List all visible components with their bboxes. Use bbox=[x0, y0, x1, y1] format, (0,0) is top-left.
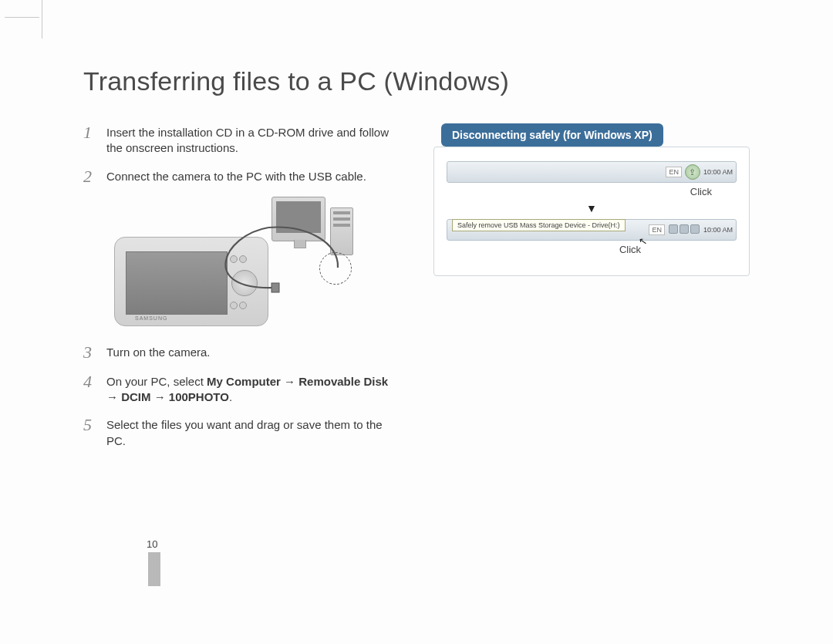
step-number: 2 bbox=[83, 167, 96, 186]
content-columns: 1 Insert the installation CD in a CD-ROM… bbox=[83, 123, 754, 460]
step-text: Select the files you want and drag or sa… bbox=[106, 416, 396, 449]
page-number: 10 bbox=[147, 538, 157, 550]
taskbar-tray: EN ⇪ 10:00 AM bbox=[447, 161, 737, 183]
page-title: Transferring files to a PC (Windows) bbox=[83, 66, 509, 96]
safely-remove-tooltip[interactable]: Safely remove USB Mass Storage Device - … bbox=[452, 219, 626, 231]
camera-brand-label: SAMSUNG bbox=[135, 315, 167, 321]
step-text: Turn on the camera. bbox=[106, 343, 211, 362]
tray-icons bbox=[668, 224, 700, 235]
step-text: Insert the installation CD in a CD-ROM d… bbox=[106, 123, 396, 157]
taskbar-tray: Safely remove USB Mass Storage Device - … bbox=[447, 219, 737, 241]
camera-icon: SAMSUNG bbox=[114, 237, 268, 326]
step-number: 4 bbox=[83, 373, 96, 406]
pc-tower-icon bbox=[330, 207, 353, 255]
cursor-icon: ↖ bbox=[638, 234, 648, 248]
step-text: Connect the camera to the PC with the US… bbox=[106, 167, 366, 186]
tray-clock: 10:00 AM bbox=[703, 168, 733, 176]
step-row: 4 On your PC, select My Computer → Remov… bbox=[83, 373, 396, 406]
step-row: 2 Connect the camera to the PC with the … bbox=[83, 167, 396, 186]
step-row: 3 Turn on the camera. bbox=[83, 343, 396, 362]
step-row: 5 Select the files you want and drag or … bbox=[83, 416, 396, 449]
callout-heading: Disconnecting safely (for Windows XP) bbox=[441, 123, 663, 147]
safely-remove-icon[interactable]: ⇪ bbox=[685, 164, 700, 180]
step-number: 5 bbox=[83, 416, 96, 449]
callout-column: Disconnecting safely (for Windows XP) EN… bbox=[433, 123, 750, 460]
page-number-tab bbox=[148, 552, 160, 586]
step-text-suffix: . bbox=[229, 390, 232, 403]
steps-column: 1 Insert the installation CD in a CD-ROM… bbox=[83, 123, 396, 460]
step-text-prefix: On your PC, select bbox=[106, 375, 207, 388]
camera-pc-illustration: SAMSUNG bbox=[106, 197, 353, 326]
corner-rule-top bbox=[5, 17, 39, 18]
arrow-down-icon: ▼ bbox=[447, 202, 737, 214]
step-row: 1 Insert the installation CD in a CD-ROM… bbox=[83, 123, 396, 157]
click-label: Click bbox=[447, 186, 712, 197]
monitor-icon bbox=[271, 197, 325, 241]
step-number: 1 bbox=[83, 123, 96, 157]
callout-box: EN ⇪ 10:00 AM Click ▼ Safely remove USB … bbox=[433, 147, 750, 276]
click-label: Click bbox=[524, 244, 737, 255]
usb-connector-highlight bbox=[319, 252, 352, 285]
step-number: 3 bbox=[83, 343, 96, 362]
corner-rule-side bbox=[42, 0, 42, 39]
language-indicator: EN bbox=[666, 167, 682, 177]
language-indicator: EN bbox=[649, 224, 665, 235]
svg-rect-0 bbox=[271, 283, 279, 292]
tray-clock: 10:00 AM bbox=[703, 226, 733, 234]
step-text: On your PC, select My Computer → Removab… bbox=[106, 373, 396, 406]
